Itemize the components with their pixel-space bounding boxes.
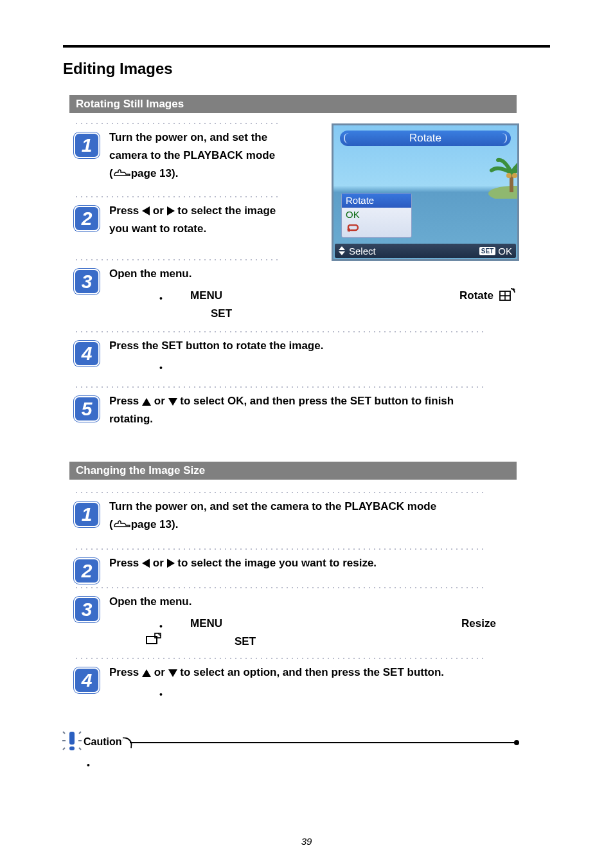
dotted-rule xyxy=(74,657,485,660)
arrow-right-icon xyxy=(167,206,175,215)
svg-rect-16 xyxy=(69,732,75,745)
step-number: 3 xyxy=(74,269,100,294)
camera-screen-rotate: Rotate Rotate OK Select SET OK xyxy=(332,123,519,261)
step-number: 3 xyxy=(74,597,100,622)
step-text: Press or to select an option, and then p… xyxy=(109,664,444,694)
set-badge-icon: SET xyxy=(479,247,495,255)
arrow-up-icon xyxy=(142,398,151,406)
arrow-right-icon xyxy=(167,559,175,568)
screen-menu-item-back xyxy=(342,222,411,236)
screen-menu-item-ok: OK xyxy=(342,208,411,222)
svg-point-2 xyxy=(506,173,511,178)
page-title: Editing Images xyxy=(63,60,173,78)
step-number: 4 xyxy=(74,341,100,366)
palm-illustration xyxy=(459,147,519,199)
svg-point-3 xyxy=(512,173,517,178)
rotate-label: Rotate xyxy=(459,287,516,305)
step-text: Press the SET button to rotate the image… xyxy=(109,337,323,368)
dotted-rule xyxy=(74,330,485,333)
step-text: Press or to select OK, and then press th… xyxy=(109,392,454,428)
arrow-left-icon xyxy=(142,206,150,215)
dotted-rule xyxy=(74,491,485,494)
screen-title: Rotate xyxy=(340,131,511,146)
svg-line-10 xyxy=(63,732,65,734)
screen-footer-ok: OK xyxy=(498,246,512,257)
resize-icon xyxy=(145,633,162,646)
step-number: 2 xyxy=(74,558,100,584)
screen-menu-item-rotate: Rotate xyxy=(342,194,411,208)
dotted-rule xyxy=(74,195,280,198)
dotted-rule xyxy=(74,122,280,125)
section-header-rotating: Rotating Still Images xyxy=(69,95,517,113)
step-number: 2 xyxy=(74,206,100,231)
arrow-left-icon xyxy=(142,559,150,568)
screen-footer-select: Select xyxy=(349,246,376,257)
arrow-down-icon xyxy=(168,398,177,406)
rotate-icon xyxy=(499,287,516,302)
updown-icon xyxy=(339,246,345,255)
svg-point-0 xyxy=(488,186,519,199)
dotted-rule xyxy=(74,586,485,589)
menu-label: MENU xyxy=(190,615,222,633)
arrow-down-icon xyxy=(168,669,177,677)
caution-icon xyxy=(62,730,82,752)
step-number: 4 xyxy=(74,667,100,693)
svg-line-13 xyxy=(79,748,81,750)
arrow-up-icon xyxy=(142,669,151,677)
step-number: 1 xyxy=(74,132,100,158)
screen-footer: Select SET OK xyxy=(335,244,516,258)
caution-line xyxy=(130,742,517,743)
page-number: 39 xyxy=(301,836,312,847)
hand-pointer-icon xyxy=(113,517,131,526)
step-number: 5 xyxy=(74,396,100,422)
menu-label: MENU xyxy=(190,287,222,305)
step-text: Press or to select the image you want to… xyxy=(109,554,377,572)
step-text: Turn the power on, and set the camera to… xyxy=(109,498,436,534)
section-header-changing-size: Changing the Image Size xyxy=(69,462,517,480)
step-number: 1 xyxy=(74,502,100,527)
dotted-rule xyxy=(74,386,485,388)
step-text: Press or to select the image you want to… xyxy=(109,202,276,238)
svg-line-11 xyxy=(63,748,65,750)
screen-menu: Rotate OK xyxy=(341,193,412,238)
dotted-rule xyxy=(74,548,485,550)
step-text: Turn the power on, and set the camera to… xyxy=(109,129,275,183)
top-rule xyxy=(63,45,550,48)
set-label: SET xyxy=(235,633,256,651)
resize-label: Resize xyxy=(461,615,496,633)
svg-rect-17 xyxy=(69,746,75,750)
caution-bullet: • xyxy=(87,760,90,770)
dotted-rule xyxy=(74,258,280,261)
hand-pointer-icon xyxy=(113,166,131,175)
set-label: SET xyxy=(211,305,232,323)
step-text: Open the menu. • MENU Resize SET xyxy=(109,593,520,649)
step-text: Open the menu. • MENU Rotate SET xyxy=(109,265,520,321)
svg-line-12 xyxy=(79,732,81,734)
caution-label: Caution xyxy=(84,736,122,748)
